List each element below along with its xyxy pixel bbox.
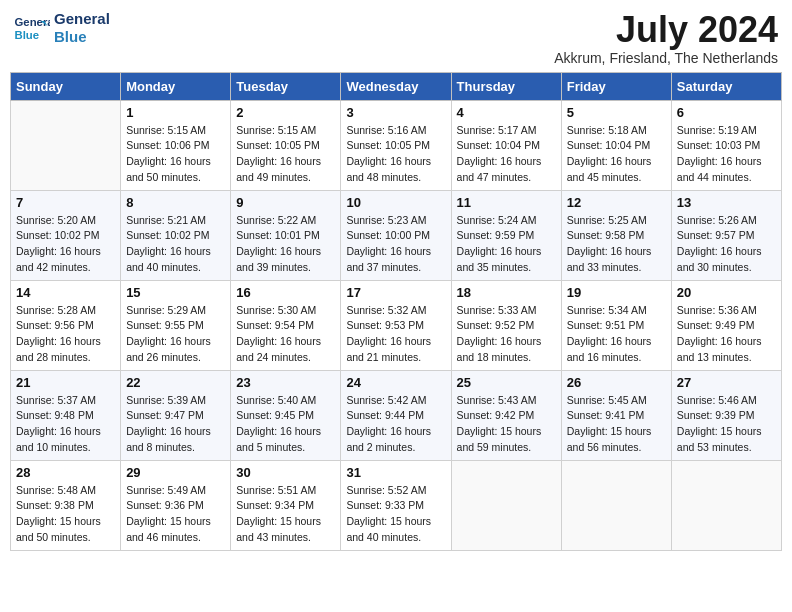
calendar-cell: 27Sunrise: 5:46 AM Sunset: 9:39 PM Dayli… [671, 370, 781, 460]
day-info: Sunrise: 5:51 AM Sunset: 9:34 PM Dayligh… [236, 483, 335, 546]
week-row: 1Sunrise: 5:15 AM Sunset: 10:06 PM Dayli… [11, 100, 782, 190]
day-number: 3 [346, 105, 445, 120]
day-info: Sunrise: 5:52 AM Sunset: 9:33 PM Dayligh… [346, 483, 445, 546]
day-number: 29 [126, 465, 225, 480]
day-info: Sunrise: 5:20 AM Sunset: 10:02 PM Daylig… [16, 213, 115, 276]
day-info: Sunrise: 5:15 AM Sunset: 10:06 PM Daylig… [126, 123, 225, 186]
day-info: Sunrise: 5:36 AM Sunset: 9:49 PM Dayligh… [677, 303, 776, 366]
day-info: Sunrise: 5:39 AM Sunset: 9:47 PM Dayligh… [126, 393, 225, 456]
day-info: Sunrise: 5:22 AM Sunset: 10:01 PM Daylig… [236, 213, 335, 276]
calendar-cell: 13Sunrise: 5:26 AM Sunset: 9:57 PM Dayli… [671, 190, 781, 280]
week-row: 14Sunrise: 5:28 AM Sunset: 9:56 PM Dayli… [11, 280, 782, 370]
day-number: 23 [236, 375, 335, 390]
calendar-cell: 31Sunrise: 5:52 AM Sunset: 9:33 PM Dayli… [341, 460, 451, 550]
day-info: Sunrise: 5:21 AM Sunset: 10:02 PM Daylig… [126, 213, 225, 276]
svg-text:Blue: Blue [15, 29, 40, 41]
day-info: Sunrise: 5:37 AM Sunset: 9:48 PM Dayligh… [16, 393, 115, 456]
day-info: Sunrise: 5:30 AM Sunset: 9:54 PM Dayligh… [236, 303, 335, 366]
day-number: 7 [16, 195, 115, 210]
title-block: July 2024 Akkrum, Friesland, The Netherl… [554, 10, 778, 66]
day-info: Sunrise: 5:18 AM Sunset: 10:04 PM Daylig… [567, 123, 666, 186]
day-number: 11 [457, 195, 556, 210]
day-info: Sunrise: 5:28 AM Sunset: 9:56 PM Dayligh… [16, 303, 115, 366]
col-header-wednesday: Wednesday [341, 72, 451, 100]
day-info: Sunrise: 5:17 AM Sunset: 10:04 PM Daylig… [457, 123, 556, 186]
calendar-cell [11, 100, 121, 190]
calendar-cell: 19Sunrise: 5:34 AM Sunset: 9:51 PM Dayli… [561, 280, 671, 370]
day-number: 27 [677, 375, 776, 390]
calendar-cell: 20Sunrise: 5:36 AM Sunset: 9:49 PM Dayli… [671, 280, 781, 370]
day-number: 24 [346, 375, 445, 390]
calendar-cell [451, 460, 561, 550]
calendar-table: SundayMondayTuesdayWednesdayThursdayFrid… [10, 72, 782, 551]
calendar-cell: 1Sunrise: 5:15 AM Sunset: 10:06 PM Dayli… [121, 100, 231, 190]
day-info: Sunrise: 5:24 AM Sunset: 9:59 PM Dayligh… [457, 213, 556, 276]
day-number: 30 [236, 465, 335, 480]
day-number: 16 [236, 285, 335, 300]
day-number: 9 [236, 195, 335, 210]
calendar-body: 1Sunrise: 5:15 AM Sunset: 10:06 PM Dayli… [11, 100, 782, 550]
day-info: Sunrise: 5:26 AM Sunset: 9:57 PM Dayligh… [677, 213, 776, 276]
col-header-thursday: Thursday [451, 72, 561, 100]
calendar-cell: 3Sunrise: 5:16 AM Sunset: 10:05 PM Dayli… [341, 100, 451, 190]
day-info: Sunrise: 5:23 AM Sunset: 10:00 PM Daylig… [346, 213, 445, 276]
day-info: Sunrise: 5:34 AM Sunset: 9:51 PM Dayligh… [567, 303, 666, 366]
day-info: Sunrise: 5:40 AM Sunset: 9:45 PM Dayligh… [236, 393, 335, 456]
day-info: Sunrise: 5:49 AM Sunset: 9:36 PM Dayligh… [126, 483, 225, 546]
day-number: 25 [457, 375, 556, 390]
day-number: 15 [126, 285, 225, 300]
calendar-cell: 5Sunrise: 5:18 AM Sunset: 10:04 PM Dayli… [561, 100, 671, 190]
calendar-cell: 17Sunrise: 5:32 AM Sunset: 9:53 PM Dayli… [341, 280, 451, 370]
calendar-cell: 30Sunrise: 5:51 AM Sunset: 9:34 PM Dayli… [231, 460, 341, 550]
day-number: 6 [677, 105, 776, 120]
day-info: Sunrise: 5:32 AM Sunset: 9:53 PM Dayligh… [346, 303, 445, 366]
week-row: 28Sunrise: 5:48 AM Sunset: 9:38 PM Dayli… [11, 460, 782, 550]
day-info: Sunrise: 5:45 AM Sunset: 9:41 PM Dayligh… [567, 393, 666, 456]
day-number: 19 [567, 285, 666, 300]
day-info: Sunrise: 5:25 AM Sunset: 9:58 PM Dayligh… [567, 213, 666, 276]
calendar-cell: 8Sunrise: 5:21 AM Sunset: 10:02 PM Dayli… [121, 190, 231, 280]
day-number: 21 [16, 375, 115, 390]
calendar-cell: 24Sunrise: 5:42 AM Sunset: 9:44 PM Dayli… [341, 370, 451, 460]
calendar-cell: 18Sunrise: 5:33 AM Sunset: 9:52 PM Dayli… [451, 280, 561, 370]
day-info: Sunrise: 5:33 AM Sunset: 9:52 PM Dayligh… [457, 303, 556, 366]
col-header-monday: Monday [121, 72, 231, 100]
calendar-cell [561, 460, 671, 550]
day-number: 10 [346, 195, 445, 210]
logo: General Blue General Blue [14, 10, 110, 46]
day-number: 5 [567, 105, 666, 120]
day-number: 18 [457, 285, 556, 300]
calendar-cell: 23Sunrise: 5:40 AM Sunset: 9:45 PM Dayli… [231, 370, 341, 460]
logo-text-line1: General [54, 10, 110, 28]
calendar-cell: 6Sunrise: 5:19 AM Sunset: 10:03 PM Dayli… [671, 100, 781, 190]
col-header-sunday: Sunday [11, 72, 121, 100]
day-info: Sunrise: 5:46 AM Sunset: 9:39 PM Dayligh… [677, 393, 776, 456]
day-info: Sunrise: 5:19 AM Sunset: 10:03 PM Daylig… [677, 123, 776, 186]
calendar-cell: 21Sunrise: 5:37 AM Sunset: 9:48 PM Dayli… [11, 370, 121, 460]
day-info: Sunrise: 5:29 AM Sunset: 9:55 PM Dayligh… [126, 303, 225, 366]
calendar-cell: 4Sunrise: 5:17 AM Sunset: 10:04 PM Dayli… [451, 100, 561, 190]
calendar-cell: 9Sunrise: 5:22 AM Sunset: 10:01 PM Dayli… [231, 190, 341, 280]
week-row: 21Sunrise: 5:37 AM Sunset: 9:48 PM Dayli… [11, 370, 782, 460]
month-year: July 2024 [554, 10, 778, 50]
col-header-tuesday: Tuesday [231, 72, 341, 100]
day-number: 28 [16, 465, 115, 480]
day-number: 17 [346, 285, 445, 300]
location: Akkrum, Friesland, The Netherlands [554, 50, 778, 66]
calendar-cell: 28Sunrise: 5:48 AM Sunset: 9:38 PM Dayli… [11, 460, 121, 550]
day-info: Sunrise: 5:42 AM Sunset: 9:44 PM Dayligh… [346, 393, 445, 456]
calendar-cell: 15Sunrise: 5:29 AM Sunset: 9:55 PM Dayli… [121, 280, 231, 370]
day-number: 12 [567, 195, 666, 210]
col-header-saturday: Saturday [671, 72, 781, 100]
calendar-cell: 7Sunrise: 5:20 AM Sunset: 10:02 PM Dayli… [11, 190, 121, 280]
day-info: Sunrise: 5:16 AM Sunset: 10:05 PM Daylig… [346, 123, 445, 186]
calendar-header: SundayMondayTuesdayWednesdayThursdayFrid… [11, 72, 782, 100]
day-number: 20 [677, 285, 776, 300]
day-number: 31 [346, 465, 445, 480]
page-header: General Blue General Blue July 2024 Akkr… [10, 10, 782, 66]
day-number: 22 [126, 375, 225, 390]
day-number: 4 [457, 105, 556, 120]
day-number: 14 [16, 285, 115, 300]
calendar-cell: 2Sunrise: 5:15 AM Sunset: 10:05 PM Dayli… [231, 100, 341, 190]
day-info: Sunrise: 5:15 AM Sunset: 10:05 PM Daylig… [236, 123, 335, 186]
